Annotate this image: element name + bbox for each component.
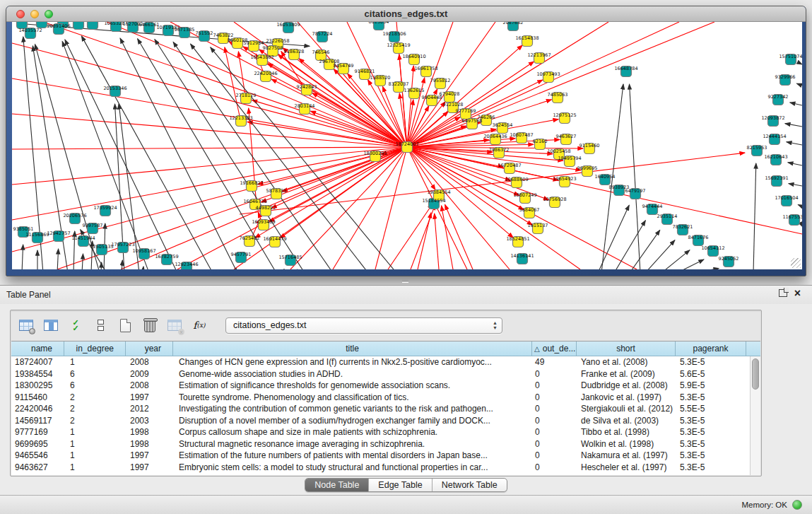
table-cell[interactable]: 1 [64,439,126,449]
table-cell[interactable]: 0 [532,404,577,414]
table-cell[interactable]: 1 [64,427,126,437]
column-header-out_de[interactable]: △out_de... [532,341,577,356]
table-cell[interactable]: 1998 [126,439,173,449]
delete-table-icon[interactable] [141,317,158,333]
table-row[interactable]: 946362711997Embryonic stem cells: a mode… [11,462,750,474]
show-columns-icon[interactable] [42,317,59,333]
table-cell[interactable]: Estimation of significance thresholds fo… [173,380,532,390]
table-cell[interactable]: Tibbo et al. (1998) [577,427,676,437]
table-cell[interactable]: 5.3E-5 [676,427,746,437]
table-cell[interactable]: 5.3E-5 [676,416,746,426]
network-canvas[interactable]: 1872400714035572208914061065328715270026… [12,22,802,269]
table-cell[interactable]: 1 [64,357,126,367]
table-cell[interactable]: 2 [64,416,126,426]
column-header-year[interactable]: year [126,341,173,356]
table-cell[interactable]: 2003 [126,416,173,426]
table-cell[interactable]: 6 [64,380,126,390]
table-row[interactable]: 1830029562008Estimation of significance … [11,380,750,392]
table-cell[interactable]: 9115460 [11,392,64,402]
table-cell[interactable]: Stergiakouli et al. (2012) [577,404,676,414]
tab-edge-table[interactable]: Edge Table [369,479,432,491]
table-cell[interactable]: 18724007 [11,357,64,367]
table-row[interactable]: 911546021997Tourette syndrome. Phenomeno… [11,392,750,404]
table-cell[interactable]: 5.3E-5 [676,450,746,460]
table-cell[interactable]: Genome-wide association studies in ADHD. [173,369,532,379]
table-cell[interactable]: 0 [532,416,577,426]
table-cell[interactable]: 9463627 [11,462,64,472]
table-cell[interactable]: 5.3E-5 [676,439,746,449]
canvas-resize-grip[interactable] [791,258,801,268]
table-cell[interactable]: Franke et al. (2009) [577,369,676,379]
table-cell[interactable]: Estimation of the future numbers of pati… [173,450,532,460]
float-panel-icon[interactable] [779,289,787,297]
table-cell[interactable]: 1998 [126,427,173,437]
table-cell[interactable]: 5.6E-5 [676,369,746,379]
table-cell[interactable]: 1 [64,462,126,472]
table-cell[interactable]: 6 [64,369,126,379]
table-cell[interactable]: 18300295 [11,380,64,390]
table-cell[interactable]: 2008 [126,357,173,367]
table-cell[interactable]: 0 [532,462,577,472]
column-header-pagerank[interactable]: pagerank [676,341,746,356]
table-cell[interactable]: 2 [64,404,126,414]
column-header-name[interactable]: name [11,341,64,356]
table-row[interactable]: 1456911722003Disruption of a novel membe… [11,415,750,427]
table-row[interactable]: 1938455462009Genome-wide association stu… [11,368,750,380]
column-header-in_degree[interactable]: in_degree [64,341,126,356]
function-builder-icon[interactable]: f(x) [191,317,208,333]
table-cell[interactable]: 0 [532,427,577,437]
table-cell[interactable]: Investigating the contribution of common… [173,404,532,414]
table-cell[interactable]: 0 [532,392,577,402]
table-cell[interactable]: 5.9E-5 [676,380,746,390]
table-cell[interactable]: 5.3E-5 [676,392,746,402]
table-cell[interactable]: 1 [64,450,126,460]
table-cell[interactable]: 5.3E-5 [676,357,746,367]
table-cell[interactable]: 2012 [126,404,173,414]
tab-node-table[interactable]: Node Table [305,479,369,491]
table-cell[interactable]: 14569117 [11,416,64,426]
table-scrollbar[interactable] [750,356,760,475]
table-cell[interactable]: 2009 [126,369,173,379]
table-cell[interactable]: Embryonic stem cells: a model to study s… [173,462,532,472]
table-cell[interactable]: de Silva et al. (2003) [577,416,676,426]
table-row[interactable]: 977716911998Corpus callosum shape and si… [11,426,750,438]
graph-node[interactable] [73,22,84,30]
table-row[interactable]: 2242004622012Investigating the contribut… [11,403,750,415]
table-cell[interactable]: 9465546 [11,450,64,460]
table-cell[interactable]: Changes of HCN gene expression and I(f) … [173,357,532,367]
column-header-short[interactable]: short [577,341,676,356]
table-cell[interactable]: 5.5E-5 [676,404,746,414]
table-row[interactable]: 969969511998Structural magnetic resonanc… [11,438,750,450]
table-cell[interactable]: Structural magnetic resonance image aver… [173,439,532,449]
table-cell[interactable]: 0 [532,369,577,379]
table-cell[interactable]: Nakamura et al. (1997) [577,450,676,460]
table-scrollbar-thumb[interactable] [752,358,759,390]
memory-status-icon[interactable] [792,500,802,510]
table-cell[interactable]: 1997 [126,392,173,402]
table-cell[interactable]: Yano et al. (2008) [577,357,676,367]
table-cell[interactable]: 0 [532,450,577,460]
column-header-title[interactable]: title [173,341,532,356]
validate-columns-icon[interactable]: ✓✓ [67,317,84,333]
table-cell[interactable]: Jankovic et al. (1997) [577,392,676,402]
table-row[interactable]: 946554611997Estimation of the future num… [11,450,750,462]
table-cell[interactable]: Disruption of a novel member of a sodium… [173,416,532,426]
table-cell[interactable]: 2008 [126,380,173,390]
table-cell[interactable]: 2 [64,392,126,402]
table-row[interactable]: 1872400712008Changes of HCN gene express… [11,356,750,368]
panel-splitter-handle[interactable] [402,280,408,283]
table-cell[interactable]: Hescheler et al. (1997) [577,462,676,472]
table-cell[interactable]: Tourette syndrome. Phenomenology and cla… [173,392,532,402]
close-window-icon[interactable] [16,10,25,18]
table-cell[interactable]: Wolkin et al. (1998) [577,439,676,449]
graph-node[interactable] [88,22,98,30]
row-height-icon[interactable] [92,317,109,333]
table-cell[interactable]: 1997 [126,450,173,460]
table-cell[interactable]: 19384554 [11,369,64,379]
table-cell[interactable]: Dudbridge et al. (2008) [577,380,676,390]
table-cell[interactable]: 49 [532,357,577,367]
tab-network-table[interactable]: Network Table [433,479,507,491]
table-cell[interactable]: Corpus callosum shape and size in male p… [173,427,532,437]
table-cell[interactable]: 9699695 [11,439,64,449]
table-cell[interactable]: 22420046 [11,404,64,414]
